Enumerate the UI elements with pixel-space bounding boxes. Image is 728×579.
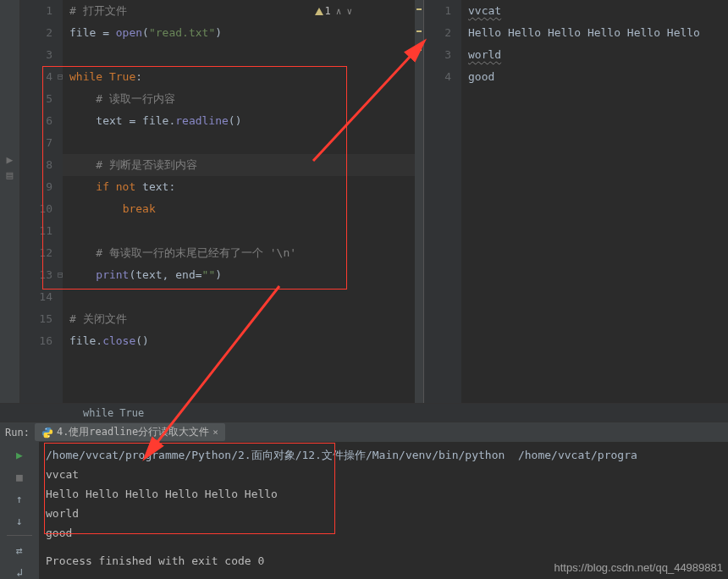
watermark: https://blog.csdn.net/qq_44989881: [554, 561, 724, 574]
code-line: [63, 132, 423, 154]
code-line: # 每读取一行的末尾已经有了一个 '\n': [63, 242, 423, 264]
console-line: Hello Hello Hello Hello Hello Hello: [46, 484, 728, 504]
fold-end-icon[interactable]: ⊟: [58, 269, 63, 280]
svg-point-1: [48, 435, 49, 436]
code-line: # 判断是否读到内容: [63, 154, 423, 176]
inspection-badge[interactable]: 1 ∧ ∨: [315, 5, 352, 17]
run-panel-label: Run:: [5, 427, 30, 438]
preview-line: vvcat: [461, 0, 728, 22]
softwrap-button[interactable]: ↲: [10, 563, 29, 579]
run-tab[interactable]: 4.使用readline分行读取大文件 ×: [35, 423, 225, 441]
preview-gutter: 1234: [424, 0, 461, 403]
text-preview[interactable]: 1234 vvcat Hello Hello Hello Hello Hello…: [423, 0, 728, 403]
run-panel: Run: 4.使用readline分行读取大文件 × ▶ ■ ↑ ↓ ⇄ ↲ 🖶…: [0, 422, 728, 579]
left-tool-column: ▶ ▤: [0, 0, 20, 403]
console-line: good: [46, 523, 728, 543]
code-line: file = open("read.txt"): [63, 22, 423, 44]
line-gutter: 12345678910111213141516: [20, 0, 63, 403]
layout-button[interactable]: ⇄: [10, 541, 29, 560]
down-button[interactable]: ↓: [10, 511, 29, 530]
preview-line: good: [461, 66, 728, 88]
code-line: [63, 286, 423, 308]
code-line: [63, 220, 423, 242]
preview-line: Hello Hello Hello Hello Hello Hello: [461, 22, 728, 44]
warning-count: 1: [325, 5, 331, 17]
stop-button[interactable]: ■: [10, 467, 29, 486]
code-line: while True:: [63, 66, 423, 88]
scrollbar[interactable]: [415, 0, 423, 403]
code-line: file.close(): [63, 330, 423, 352]
python-icon: [41, 427, 53, 438]
code-line: [63, 44, 423, 66]
chevron-down-icon[interactable]: ∨: [346, 6, 352, 17]
run-tab-label: 4.使用readline分行读取大文件: [57, 425, 209, 439]
code-body[interactable]: ⊟ ⊟ # 打开文件 file = open("read.txt") while…: [63, 0, 423, 403]
console-line: vvcat: [46, 465, 728, 484]
preview-line: world: [461, 44, 728, 66]
close-tab-icon[interactable]: ×: [212, 427, 218, 438]
console-line: world: [46, 504, 728, 523]
code-line: # 关闭文件: [63, 308, 423, 330]
code-line: break: [63, 198, 423, 220]
run-toolbar: ▶ ■ ↑ ↓ ⇄ ↲ 🖶 🗑: [0, 442, 39, 579]
warning-icon: [315, 8, 323, 15]
svg-point-0: [46, 428, 47, 429]
breadcrumb[interactable]: while True: [0, 403, 728, 422]
structure-side-icon[interactable]: ▤: [3, 168, 17, 181]
fold-start-icon[interactable]: ⊟: [58, 71, 63, 82]
code-line: print(text, end=""): [63, 264, 423, 286]
console-output[interactable]: /home/vvcat/programme/Python/2.面向对象/12.文…: [39, 442, 728, 579]
up-button[interactable]: ↑: [10, 489, 29, 508]
run-side-icon[interactable]: ▶: [3, 152, 17, 166]
code-line: # 读取一行内容: [63, 88, 423, 110]
rerun-button[interactable]: ▶: [10, 445, 29, 464]
chevron-up-icon[interactable]: ∧: [336, 6, 342, 17]
code-editor[interactable]: 1 ∧ ∨ 12345678910111213141516 ⊟ ⊟ # 打开文件…: [20, 0, 423, 403]
code-line: # 打开文件: [63, 0, 423, 22]
code-line: if not text:: [63, 176, 423, 198]
console-command: /home/vvcat/programme/Python/2.面向对象/12.文…: [46, 445, 728, 465]
code-line: text = file.readline(): [63, 110, 423, 132]
